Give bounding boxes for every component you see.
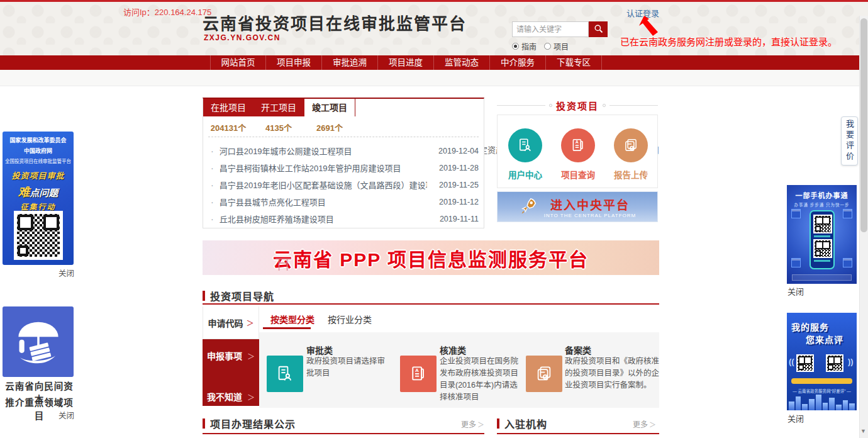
more-label: 更多: [633, 420, 648, 429]
category-approval-desc: 政府投资项目请选择审批项目: [306, 356, 392, 379]
project-date: 2019-11-28: [439, 164, 479, 172]
project-title[interactable]: 昌宁县县城节点亮化工程项目: [220, 196, 326, 208]
site-domain: ZXJG.YN.GOV.CN: [204, 33, 281, 42]
project-nav-title: 投资项目导航: [210, 288, 274, 303]
count-completed: 2691个: [304, 121, 355, 133]
shortcut-label[interactable]: 项目查询: [560, 168, 596, 181]
project-list-item[interactable]: · 昌宁县县城节点亮化工程项目 2019-11-12: [203, 193, 485, 210]
verification-category-icon[interactable]: A: [400, 356, 437, 392]
project-list-item[interactable]: · 昌宁县柯街镇林业工作站2019年管护用房建设项目 2019-11-28: [203, 159, 485, 176]
approval-category-icon[interactable]: [267, 356, 303, 392]
central-banner-subtitle: INTO THE CENTRAL PLATFORM: [544, 213, 637, 218]
radio-project[interactable]: [544, 43, 551, 50]
caption-bar: [814, 235, 830, 237]
ad-slogan: 难点问题: [3, 182, 74, 199]
left-ad1-close-button[interactable]: 关闭: [58, 267, 74, 279]
ad-slogan: 征集行动: [3, 201, 74, 211]
results-more-link[interactable]: 更多＞: [461, 418, 484, 429]
nav-item-agency[interactable]: 中介服务: [490, 55, 546, 70]
results-section-header: 项目办理结果公示: [203, 416, 296, 431]
chevron-right-icon: ＞: [247, 393, 255, 402]
scrollbar-thumb[interactable]: [860, 18, 867, 232]
right-ad1-subtitle: 办事通 步步通 只为快一步: [787, 201, 857, 208]
project-query-icon: A: [561, 128, 595, 162]
bullet-icon: ·: [211, 146, 214, 156]
chevron-right-icon: ＞: [246, 317, 253, 328]
qr-code: [813, 215, 832, 233]
tab-approving-projects[interactable]: 在批项目: [203, 99, 253, 116]
nav-item-supervision[interactable]: 监管动态: [434, 55, 490, 70]
project-date: 2019-11-12: [439, 198, 479, 206]
agencies-section-header: 入驻机构: [497, 416, 547, 431]
ppp-banner-text: 云南省 PPP 项目信息监测服务平台: [273, 244, 589, 272]
project-title[interactable]: 河口县2019年城市公厕建设工程项目: [220, 145, 352, 157]
qr-code: [796, 354, 814, 372]
feedback-button[interactable]: 我要评价: [841, 116, 858, 166]
side-item-declare-matters[interactable]: 申报事项 ＞: [203, 349, 259, 362]
project-date: 2019-11-11: [440, 215, 479, 223]
divider: [203, 303, 659, 305]
ppp-banner[interactable]: ⛩ 云南省 PPP 项目信息监测服务平台: [203, 240, 659, 275]
agencies-more-link[interactable]: 更多＞: [633, 418, 656, 429]
signal-arc-decor: )): [848, 357, 854, 366]
nav-item-trace[interactable]: 审批追溯: [322, 55, 378, 70]
right-ad-service-rating-poster[interactable]: 我的服务 您来点评 (( )) — 云南省政务服务网“好差评” —: [787, 313, 857, 410]
nav-item-progress[interactable]: 项目进度: [378, 55, 434, 70]
search-button[interactable]: [589, 21, 608, 37]
category-approval-title: 审批类: [306, 344, 333, 356]
shortcut-project-query[interactable]: A 项目查询: [560, 128, 596, 181]
project-list-item[interactable]: · 丘北县树皮旭旺养殖场建设项目 2019-11-11: [203, 210, 485, 227]
project-stats-box: 在批项目 开工项目 竣工项目 204131个 4135个 2691个 · 河口县…: [203, 98, 484, 228]
fine-print-decor: [792, 274, 852, 281]
svg-text:A: A: [576, 140, 579, 144]
right-ad1-close-button[interactable]: 关闭: [787, 285, 804, 297]
central-banner-title: 进入中央平台: [544, 196, 637, 213]
radio-guide[interactable]: [512, 43, 519, 50]
left-ad-private-capital-tile[interactable]: [3, 306, 74, 377]
project-list-item[interactable]: · 河口县2019年城市公厕建设工程项目 2019-12-04: [203, 142, 485, 159]
tab-started-projects[interactable]: 开工项目: [253, 99, 304, 116]
report-upload-icon: [614, 128, 648, 162]
tab-by-type[interactable]: 按类型分类: [270, 313, 314, 325]
bullet-icon: ·: [211, 214, 214, 224]
tab-completed-projects[interactable]: 竣工项目: [304, 99, 355, 116]
project-list-item[interactable]: · 昌宁县2019年老旧小区配套基础设施（文昌路西段）建设项目 2019-11-…: [203, 176, 485, 193]
left-ad2-close-button[interactable]: 关闭: [58, 409, 74, 421]
project-nav-side: 申报事项 ＞ 我不知道 ＞: [203, 339, 259, 406]
nav-item-download[interactable]: 下载专区: [546, 55, 602, 70]
apply-code-button[interactable]: 申请代码 ＞: [203, 306, 259, 339]
page: 访问Ip：220.164.24.175 云南省投资项目在线审批监管平台 ZXJG…: [0, 0, 868, 438]
divider: [497, 105, 545, 106]
project-title[interactable]: 昌宁县2019年老旧小区配套基础设施（文昌路西段）建设项目: [220, 179, 427, 191]
nav-item-home[interactable]: 网站首页: [210, 55, 266, 70]
cube-decor: [843, 209, 852, 218]
qr-code: [826, 354, 843, 372]
project-title[interactable]: 昌宁县柯街镇林业工作站2019年管护用房建设项目: [220, 162, 401, 174]
results-section-title: 项目办理结果公示: [210, 416, 296, 431]
shortcut-user-center[interactable]: 用户中心: [508, 128, 543, 181]
chevron-right-icon: ＞: [247, 352, 255, 361]
shortcut-label[interactable]: 用户中心: [508, 168, 543, 181]
ad-line: 全国投资项目在线审批监管平台: [3, 157, 74, 164]
shortcut-report-upload[interactable]: 报告上传: [613, 128, 648, 181]
right-ad2-close-button[interactable]: 关闭: [787, 412, 804, 424]
central-platform-banner[interactable]: 进入中央平台 INTO THE CENTRAL PLATFORM: [497, 191, 658, 222]
search-input[interactable]: [512, 21, 589, 37]
radio-project-label: 项目: [554, 41, 569, 52]
login-note: 已在云南政务服务网注册或登录的，直接认证登录。: [620, 35, 837, 48]
page-scrollbar[interactable]: ▼: [859, 16, 868, 438]
shortcut-label[interactable]: 报告上传: [613, 168, 648, 181]
side-item-label: 申报事项: [207, 351, 242, 361]
tab-by-industry[interactable]: 按行业分类: [328, 313, 372, 325]
side-item-dont-know[interactable]: 我不知道 ＞: [203, 390, 259, 403]
scrollbar-down-arrow[interactable]: ▼: [860, 428, 866, 434]
project-title[interactable]: 丘北县树皮旭旺养殖场建设项目: [220, 213, 334, 225]
nav-item-declare[interactable]: 项目申报: [266, 55, 322, 70]
header: 访问Ip：220.164.24.175 云南省投资项目在线审批监管平台 ZXJG…: [0, 2, 868, 55]
invest-panel-header: 投资项目: [497, 99, 658, 111]
left-ad-survey-poster[interactable]: 国家发展和改革委员会 中国政府网 全国投资项目在线审批监管平台 投资项目审批 难…: [3, 132, 74, 265]
right-ad-mobile-app-poster[interactable]: 一部手机办事通 办事通 步步通 只为快一步: [787, 185, 857, 284]
filing-category-icon[interactable]: [526, 356, 562, 392]
chevron-right-icon: ＞: [477, 421, 484, 429]
section-marker: [203, 418, 205, 429]
